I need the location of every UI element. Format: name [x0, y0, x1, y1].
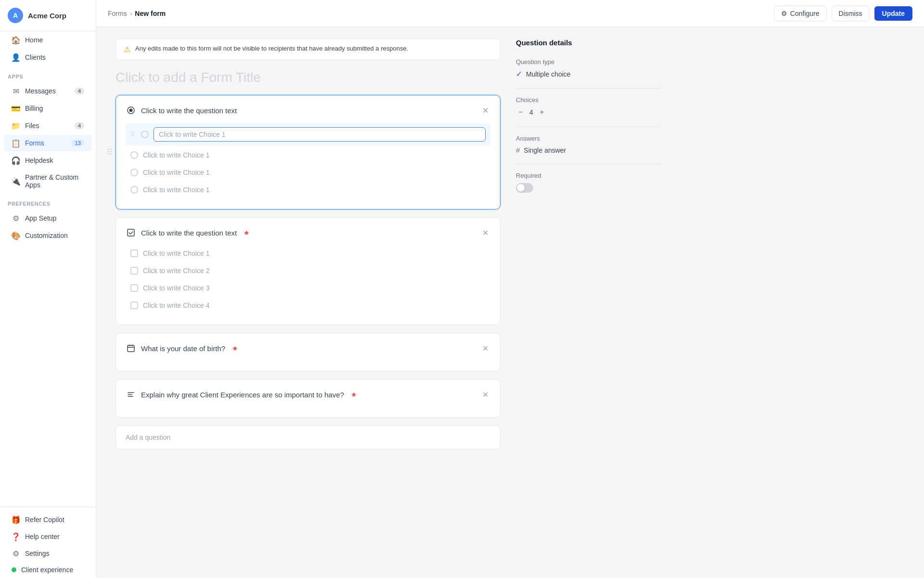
sidebar-label-client-experience: Client experience: [21, 566, 73, 574]
sidebar-label-helpdesk: Helpdesk: [25, 157, 53, 164]
sidebar-item-app-setup[interactable]: ⚙ App Setup: [4, 210, 92, 226]
choice-text-2-4[interactable]: Click to write Choice 4: [143, 302, 210, 309]
sidebar-item-help-center[interactable]: ❓ Help center: [4, 528, 92, 545]
sidebar-bottom: 🎁 Refer Copilot ❓ Help center ⚙ Settings…: [0, 507, 96, 578]
sidebar-item-settings[interactable]: ⚙ Settings: [4, 545, 92, 562]
breadcrumb-forms[interactable]: Forms: [108, 10, 127, 17]
sidebar-item-home[interactable]: 🏠 Home: [4, 32, 92, 48]
clients-icon: 👤: [12, 53, 20, 62]
choice-checkbox-2-3[interactable]: [130, 284, 138, 292]
question-text-4[interactable]: Explain why great Client Experiences are…: [141, 391, 344, 399]
form-title[interactable]: Click to add a Form Title: [116, 70, 500, 85]
choice-text-1-4[interactable]: Click to write Choice 1: [143, 186, 210, 194]
question-text-1[interactable]: Click to write the question text: [141, 106, 237, 115]
customization-icon: 🎨: [12, 231, 20, 240]
partner-apps-icon: 🔌: [12, 177, 20, 185]
sidebar-label-files: Files: [25, 122, 39, 130]
sidebar-item-files[interactable]: 📁 Files 4: [4, 118, 92, 134]
required-star-3: ★: [232, 344, 238, 352]
question-header-3: What is your date of birth? ★ ✕: [126, 343, 490, 354]
choice-item-1-1[interactable]: ⠿: [126, 123, 490, 145]
question-close-3[interactable]: ✕: [480, 343, 490, 354]
sidebar-logo[interactable]: A Acme Corp: [0, 0, 96, 31]
sidebar-item-customization[interactable]: 🎨 Customization: [4, 227, 92, 244]
panel-label-answers: Answers: [516, 135, 660, 142]
choice-item-1-3[interactable]: Click to write Choice 1: [126, 165, 490, 180]
refer-copilot-icon: 🎁: [12, 515, 20, 524]
decrement-choices-button[interactable]: −: [516, 107, 526, 117]
panel-divider-3: [516, 164, 660, 164]
question-close-4[interactable]: ✕: [480, 389, 490, 400]
choice-checkbox-2-1[interactable]: [130, 250, 138, 257]
panel-row-required: Required: [516, 172, 660, 193]
checkbox-icon-2: [126, 227, 136, 238]
choice-text-1-3[interactable]: Click to write Choice 1: [143, 169, 210, 176]
question-card-4[interactable]: Explain why great Client Experiences are…: [116, 379, 500, 418]
choice-item-1-4[interactable]: Click to write Choice 1: [126, 182, 490, 197]
choice-checkbox-2-2[interactable]: [130, 267, 138, 275]
question-card-2[interactable]: Click to write the question text ★ ✕ Cli…: [116, 217, 500, 325]
question-header-2: Click to write the question text ★ ✕: [126, 227, 490, 238]
required-star-4: ★: [351, 391, 357, 398]
choice-radio-1-3[interactable]: [130, 169, 138, 176]
choice-item-2-2[interactable]: Click to write Choice 2: [126, 263, 490, 278]
update-button[interactable]: Update: [874, 6, 912, 21]
panel-label-choices: Choices: [516, 96, 660, 104]
required-toggle[interactable]: [516, 183, 533, 193]
panel-label-question-type: Question type: [516, 58, 660, 66]
drag-handle-1[interactable]: ⠿: [106, 147, 113, 158]
forms-icon: 📋: [12, 139, 20, 147]
question-text-2[interactable]: Click to write the question text: [141, 229, 237, 237]
choice-item-2-1[interactable]: Click to write Choice 1: [126, 246, 490, 261]
app-setup-icon: ⚙: [12, 214, 20, 223]
choice-text-1-2[interactable]: Click to write Choice 1: [143, 151, 210, 159]
question-card-1[interactable]: ⠿ Click to write the question text ✕ ⠿: [116, 95, 500, 210]
client-experience-dot: [12, 567, 16, 572]
sidebar-label-messages: Messages: [25, 87, 56, 95]
choices-count: 4: [529, 108, 533, 116]
choice-drag-handle-1-1[interactable]: ⠿: [130, 131, 135, 138]
sidebar-label-customization: Customization: [25, 232, 68, 239]
sidebar-label-clients: Clients: [25, 53, 46, 61]
sidebar-label-settings: Settings: [25, 550, 50, 557]
dismiss-button[interactable]: Dismiss: [832, 6, 870, 21]
choice-text-2-2[interactable]: Click to write Choice 2: [143, 267, 210, 275]
add-question-button[interactable]: Add a question: [116, 425, 500, 449]
choice-text-2-3[interactable]: Click to write Choice 3: [143, 284, 210, 292]
choice-item-2-4[interactable]: Click to write Choice 4: [126, 298, 490, 313]
right-panel: Question details Question type ✓ Multipl…: [516, 39, 660, 566]
choice-input-1-1[interactable]: [154, 127, 486, 142]
question-close-1[interactable]: ✕: [480, 105, 490, 116]
sidebar-item-partner-apps[interactable]: 🔌 Partner & Custom Apps: [4, 170, 92, 193]
choice-radio-1-4[interactable]: [130, 186, 138, 194]
sidebar-item-messages[interactable]: ✉ Messages 4: [4, 83, 92, 99]
choice-item-1-2[interactable]: Click to write Choice 1: [126, 147, 490, 163]
sidebar-item-forms[interactable]: 📋 Forms 13: [4, 135, 92, 151]
svg-rect-3: [128, 345, 134, 352]
choice-radio-1-1[interactable]: [141, 131, 149, 138]
sidebar-item-billing[interactable]: 💳 Billing: [4, 100, 92, 117]
question-close-2[interactable]: ✕: [480, 227, 490, 238]
panel-title: Question details: [516, 39, 660, 47]
choice-checkbox-2-4[interactable]: [130, 302, 138, 309]
check-icon: ✓: [516, 69, 522, 79]
choice-item-2-3[interactable]: Click to write Choice 3: [126, 280, 490, 296]
sidebar: A Acme Corp 🏠 Home 👤 Clients Apps ✉ Mess…: [0, 0, 96, 578]
choice-radio-1-2[interactable]: [130, 151, 138, 159]
preferences-section-label: Preferences: [0, 193, 96, 210]
add-question-label: Add a question: [126, 434, 170, 441]
messages-icon: ✉: [12, 87, 20, 95]
question-card-3[interactable]: What is your date of birth? ★ ✕: [116, 333, 500, 371]
increment-choices-button[interactable]: +: [537, 107, 547, 117]
question-text-3[interactable]: What is your date of birth?: [141, 344, 225, 353]
sidebar-item-clients[interactable]: 👤 Clients: [4, 49, 92, 66]
sidebar-item-refer-copilot[interactable]: 🎁 Refer Copilot: [4, 512, 92, 528]
helpdesk-icon: 🎧: [12, 156, 20, 165]
question-header-1: Click to write the question text ✕: [126, 105, 490, 116]
date-icon-3: [126, 343, 136, 354]
sidebar-item-helpdesk[interactable]: 🎧 Helpdesk: [4, 152, 92, 169]
choice-text-2-1[interactable]: Click to write Choice 1: [143, 250, 210, 257]
configure-button[interactable]: ⚙ Configure: [774, 6, 827, 21]
sidebar-item-client-experience[interactable]: Client experience: [4, 562, 92, 578]
settings-icon: ⚙: [12, 549, 20, 558]
